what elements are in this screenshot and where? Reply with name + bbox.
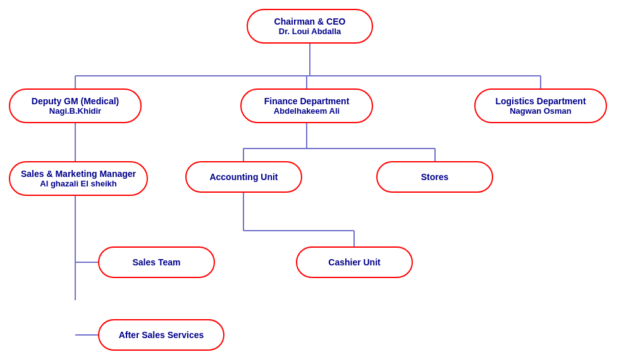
node-finance: Finance Department Abdelhakeem Ali — [240, 88, 373, 123]
finance-title: Finance Department — [264, 96, 350, 106]
after-sales-title: After Sales Services — [119, 330, 204, 340]
node-deputy: Deputy GM (Medical) Nagi.B.Khidir — [9, 88, 142, 123]
finance-subtitle: Abdelhakeem Ali — [274, 106, 340, 116]
node-after-sales: After Sales Services — [98, 319, 224, 351]
sales-mgr-title: Sales & Marketing Manager — [21, 169, 136, 179]
logistics-subtitle: Nagwan Osman — [510, 106, 572, 116]
chairman-subtitle: Dr. Loui Abdalla — [279, 27, 341, 36]
node-sales-mgr: Sales & Marketing Manager Al ghazali El … — [9, 161, 148, 196]
cashier-title: Cashier Unit — [328, 257, 380, 267]
deputy-subtitle: Nagi.B.Khidir — [49, 106, 101, 116]
chairman-title: Chairman & CEO — [274, 16, 346, 27]
sales-mgr-subtitle: Al ghazali El sheikh — [40, 179, 116, 188]
deputy-title: Deputy GM (Medical) — [32, 96, 119, 106]
node-accounting: Accounting Unit — [185, 161, 302, 193]
node-sales-team: Sales Team — [98, 246, 215, 278]
node-chairman: Chairman & CEO Dr. Loui Abdalla — [247, 9, 373, 44]
node-stores: Stores — [376, 161, 493, 193]
stores-title: Stores — [421, 172, 449, 182]
accounting-title: Accounting Unit — [209, 172, 278, 182]
sales-team-title: Sales Team — [132, 257, 180, 267]
logistics-title: Logistics Department — [495, 96, 586, 106]
org-chart: Chairman & CEO Dr. Loui Abdalla Deputy G… — [0, 0, 626, 364]
node-cashier: Cashier Unit — [296, 246, 413, 278]
node-logistics: Logistics Department Nagwan Osman — [474, 88, 607, 123]
